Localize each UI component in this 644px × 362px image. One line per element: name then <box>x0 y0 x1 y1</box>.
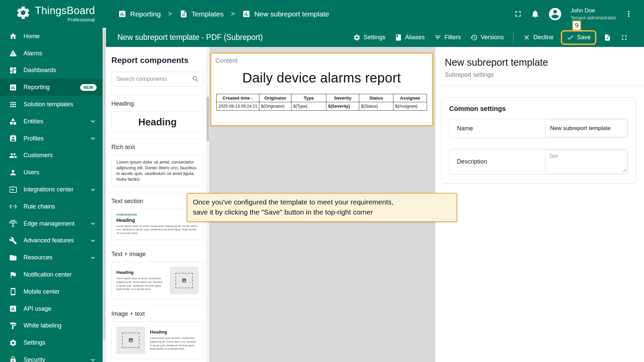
solution-templates-icon <box>9 101 17 109</box>
sidebar-item-users[interactable]: Users <box>0 164 103 181</box>
white-labeling-icon <box>9 322 17 330</box>
decline-button[interactable]: Decline <box>520 32 557 44</box>
sidebar-item-edge-management[interactable]: Edge management <box>0 215 103 232</box>
breadcrumb-separator: > <box>168 10 172 18</box>
component-section-text-image: Text + image Heading Lorem ipsum dolor s… <box>109 246 204 305</box>
brand: ThingsBoard Professional <box>15 5 95 22</box>
sidebar-item-settings[interactable]: Settings <box>0 334 103 351</box>
sidebar-item-advanced-features[interactable]: Advanced features <box>0 232 103 249</box>
account-circle-icon <box>548 7 562 21</box>
sidebar-item-white-labeling[interactable]: White labeling <box>0 317 103 335</box>
content-block[interactable]: Content Daily device alarms report Creat… <box>210 53 433 126</box>
alarms-table-header-row: Created time↓ Originator Type Severity S… <box>216 94 427 102</box>
save-button[interactable]: Save <box>563 32 594 44</box>
user-name: John Doe <box>571 7 616 14</box>
search-components-input[interactable] <box>112 76 192 82</box>
sidebar-item-api-usage[interactable]: API usage <box>0 300 103 317</box>
integrations-icon <box>9 186 17 194</box>
components-scrollbar-thumb[interactable] <box>207 97 209 141</box>
sidebar-item-alarms[interactable]: Alarms <box>0 45 103 62</box>
aliases-button-label: Aliases <box>405 34 425 41</box>
report-title: Daily device alarms report <box>215 70 428 85</box>
search-components-box[interactable] <box>111 72 204 86</box>
preview-text: Lorem ipsum dolor sit amet, consectetur … <box>116 225 199 235</box>
report-preview-icon <box>604 34 611 41</box>
image-icon <box>128 338 133 343</box>
details-subtitle: Subreport settings <box>445 71 644 78</box>
sidebar-item-customers[interactable]: Customers <box>0 147 103 164</box>
tutorial-tooltip: Once you've configured the template to m… <box>187 193 457 222</box>
tooltip-line-1: Once you've configured the template to m… <box>193 197 451 207</box>
new-badge: NEW <box>80 84 97 91</box>
image-placeholder-frame <box>175 273 193 288</box>
image-placeholder-frame <box>122 333 140 348</box>
preview-heading: Heading <box>138 117 176 128</box>
sidebar-item-rule-chains[interactable]: Rule chains <box>0 198 103 215</box>
breadcrumb-item-reporting[interactable]: Reporting <box>118 10 161 18</box>
notifications-button[interactable] <box>531 9 540 18</box>
name-field-row: Name <box>449 119 628 138</box>
sidebar-item-reporting[interactable]: ReportingNEW <box>0 79 103 96</box>
component-card-heading[interactable]: Heading <box>111 111 204 133</box>
customers-icon <box>9 152 17 160</box>
component-card-text-image[interactable]: Heading Lorem ipsum dolor sit amet, cons… <box>111 262 204 299</box>
fullscreen-button[interactable] <box>514 9 523 18</box>
settings-button[interactable]: Settings <box>350 32 389 44</box>
sidebar-item-resources[interactable]: Resources <box>0 249 103 266</box>
more-menu-button[interactable] <box>624 9 633 18</box>
preview-text: Lorem ipsum dolor sit amet, consectetur … <box>150 337 199 351</box>
history-icon <box>470 34 478 41</box>
gear-icon <box>353 34 361 41</box>
filters-button[interactable]: Filters <box>431 32 464 44</box>
sidebar-item-profiles[interactable]: Profiles <box>0 130 103 147</box>
alarms-table: Created time↓ Originator Type Severity S… <box>216 94 427 111</box>
editor-toolbar: New subreport template - PDF (Subreport)… <box>106 28 644 47</box>
sidebar-item-solution-templates[interactable]: Solution templates <box>0 96 103 113</box>
breadcrumb-label: Reporting <box>130 10 161 18</box>
filter-icon <box>434 34 441 41</box>
resources-icon <box>9 254 17 262</box>
breadcrumb-label: Templates <box>192 10 224 18</box>
subreport-settings-panel: New subreport template Subreport setting… <box>435 47 644 362</box>
breadcrumb-item-current: New subreport template <box>242 10 329 18</box>
toolbar-separator <box>513 33 514 43</box>
sidebar-scrollbar[interactable] <box>103 28 106 362</box>
sidebar-item-label: Rule chains <box>23 203 97 210</box>
toolbar-fullscreen-button[interactable] <box>617 32 631 44</box>
user-avatar[interactable] <box>548 7 562 21</box>
sidebar-item-security[interactable]: Security <box>0 351 103 362</box>
sidebar-item-home[interactable]: Home <box>0 28 103 45</box>
breadcrumb-item-templates[interactable]: Templates <box>179 10 224 18</box>
report-preview-button[interactable] <box>600 32 614 44</box>
component-section-label: Text + image <box>111 251 204 258</box>
sidebar-item-integrations-center[interactable]: Integrations center <box>0 181 103 198</box>
sidebar-item-notification-center[interactable]: Notification center <box>0 266 103 283</box>
table-header-originator: Originator <box>259 94 291 102</box>
sidebar-item-label: Advanced features <box>23 237 83 244</box>
sidebar-item-entities[interactable]: Entities <box>0 113 103 130</box>
preview-heading: Heading <box>116 270 165 275</box>
app-header: ThingsBoard Professional Reporting > Tem… <box>0 0 644 28</box>
description-label: Description <box>450 158 545 165</box>
preview-heading: Heading <box>150 329 199 335</box>
aliases-button[interactable]: Aliases <box>391 32 428 44</box>
details-title: New subreport template <box>445 57 644 68</box>
resize-handle-icon[interactable] <box>623 169 626 172</box>
sidebar-item-mobile-center[interactable]: Mobile center <box>0 283 103 300</box>
name-input[interactable] <box>545 120 627 137</box>
component-card-rich-text[interactable]: Lorem ipsum dolor sit amet, consectetur … <box>111 155 204 187</box>
sidebar-item-label: Settings <box>23 339 97 346</box>
common-settings-card: Common settings Name Description <box>441 97 636 184</box>
component-sections: Heading Heading Rich text Lorem ipsum do… <box>109 95 204 362</box>
component-section-rich-text: Rich text Lorem ipsum dolor sit amet, co… <box>109 139 204 193</box>
description-textarea[interactable] <box>545 150 627 174</box>
sidebar-scrollbar-thumb[interactable] <box>103 29 105 341</box>
versions-button[interactable]: Versions <box>467 32 507 44</box>
sidebar-item-dashboards[interactable]: Dashboards <box>0 62 103 79</box>
sidebar-item-label: Mobile center <box>23 288 97 295</box>
component-card-image-text[interactable]: Heading Lorem ipsum dolor sit amet, cons… <box>111 321 204 359</box>
table-header-created-time: Created time↓ <box>216 94 259 102</box>
sidebar: Home Alarms Dashboards ReportingNEW Solu… <box>0 28 103 362</box>
aliases-icon <box>395 34 402 41</box>
sidebar-item-label: Users <box>23 169 97 176</box>
